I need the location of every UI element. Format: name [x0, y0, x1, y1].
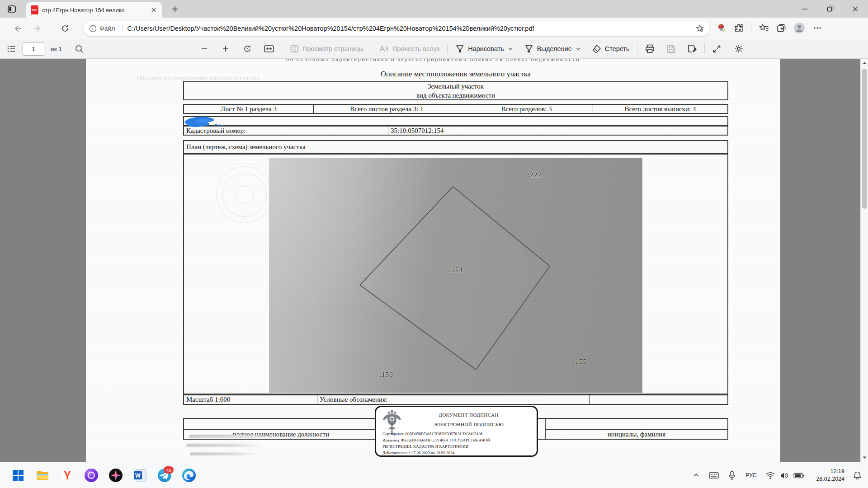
header-cell: Всего разделов: 3: [460, 105, 593, 113]
save-icon[interactable]: [666, 44, 676, 54]
legend-empty-cell: [451, 395, 590, 404]
minimize-button[interactable]: [792, 0, 817, 18]
refresh-icon[interactable]: [59, 22, 71, 35]
address-bar[interactable]: Файл C:/Users/User/Desktop/Участок%20Вел…: [84, 21, 710, 36]
clipped-top-line: об основных характеристиках и зарегистри…: [86, 59, 780, 65]
erase-button[interactable]: Стереть: [592, 44, 630, 54]
scroll-up-icon[interactable]: [863, 61, 867, 65]
draw-chevron-icon: [507, 46, 514, 52]
scale-label: Масштаб 1:600: [184, 395, 317, 404]
fit-width-icon[interactable]: [264, 44, 274, 53]
extensions-puzzle-icon[interactable]: [734, 23, 744, 33]
favorites-icon[interactable]: [759, 23, 769, 33]
close-window-button[interactable]: [843, 0, 868, 18]
pdf-settings-gear-icon[interactable]: [734, 44, 744, 54]
file-explorer-icon[interactable]: [33, 466, 52, 484]
browser-tab[interactable]: PDF стр 4Егрн Новатор 154 велики: [26, 2, 162, 18]
microphone-icon[interactable]: [728, 462, 736, 488]
add-favorite-star-icon[interactable]: [695, 24, 704, 33]
cadastral-value: 35:10:0507012:154: [388, 127, 727, 135]
viewer-scrollbar[interactable]: [860, 59, 868, 462]
zoom-in-icon[interactable]: [221, 44, 230, 53]
language-indicator[interactable]: РУС: [745, 462, 757, 488]
tab-close-icon[interactable]: [150, 6, 157, 14]
document-heading: Описание местоположения земельного участ…: [183, 70, 728, 79]
profile-avatar[interactable]: [793, 22, 805, 34]
search-icon[interactable]: [75, 44, 84, 54]
purple-app-icon[interactable]: [82, 466, 100, 484]
restore-button[interactable]: [817, 0, 843, 18]
telegram-badge: 46: [164, 466, 174, 474]
tab-actions-icon[interactable]: [6, 4, 17, 14]
cadastral-row: Кадастровый номер: 35:10:0507012:154: [183, 126, 728, 136]
password-extension-icon[interactable]: [717, 23, 726, 33]
start-button[interactable]: [9, 466, 27, 484]
plan-title-row: План (чертеж, схема) земельного участка: [183, 140, 728, 154]
notification-bell-icon[interactable]: [853, 462, 862, 488]
settings-menu-dots-icon[interactable]: [812, 23, 822, 33]
header-cell: Лист № 1 раздела 3: [184, 105, 314, 113]
page-number-input[interactable]: 1: [23, 42, 44, 56]
toc-icon[interactable]: [6, 44, 16, 54]
zoom-out-icon[interactable]: [200, 44, 209, 53]
stamp-validity: Действителен: с 27.06.2023 по 19.09.2024: [382, 450, 454, 455]
read-aloud-button[interactable]: Прочесть вслух: [378, 44, 440, 54]
scroll-down-icon[interactable]: [863, 455, 867, 460]
blue-redaction-scribble: [183, 115, 232, 130]
window-controls: [792, 0, 868, 18]
date: 28.02.2024: [816, 475, 844, 483]
photo-editor-app-icon[interactable]: [107, 466, 125, 484]
fullscreen-icon[interactable]: [712, 44, 722, 54]
wifi-icon[interactable]: [766, 462, 775, 488]
new-tab-button[interactable]: [170, 4, 180, 14]
edge-browser-window: PDF стр 4Егрн Новатор 154 велики: [0, 0, 868, 488]
print-icon[interactable]: [645, 44, 655, 54]
word-icon[interactable]: [131, 466, 149, 484]
legend-label: Условные обозначения:: [317, 395, 451, 404]
tab-title: стр 4Егрн Новатор 154 велики: [42, 7, 147, 14]
pdf-toolbar: 1 из 1 Просмотр страницы Прочесть вслух: [0, 39, 868, 59]
url-scheme-label: Файл: [99, 25, 115, 32]
scale-row: Масштаб 1:600 Условные обозначения:: [183, 394, 728, 405]
scrollbar-thumb[interactable]: [862, 69, 867, 209]
initials-label: инициалы, фамилия: [546, 430, 727, 439]
edge-icon[interactable]: [180, 466, 198, 484]
signature-empty-cell: [184, 419, 378, 430]
parcel-outline: [269, 158, 642, 393]
header-cell: Всего листов раздела 3: 1: [314, 105, 460, 113]
header-cell: Всего листов выписки: 4: [593, 105, 727, 113]
draw-button[interactable]: Нарисовать: [455, 44, 514, 54]
rotate-icon[interactable]: [242, 44, 252, 54]
taskbar: 46 РУС 12:19 28.02.2024: [0, 462, 868, 488]
plan-label-154: :154: [449, 266, 463, 274]
tray-chevron-icon[interactable]: [693, 462, 700, 488]
battery-icon[interactable]: [793, 462, 804, 488]
draw-label: Нарисовать: [468, 45, 504, 52]
pdf-viewer: об основных характеристиках и зарегистри…: [0, 59, 868, 462]
taskbar-clock[interactable]: 12:19 28.02.2024: [816, 462, 844, 488]
ghost-text-artifact: [189, 435, 282, 438]
plan-label-159: :159: [379, 371, 393, 379]
watermark-circle: [235, 185, 254, 204]
page-view-button[interactable]: Просмотр страницы: [289, 44, 363, 54]
save-as-icon[interactable]: [687, 44, 697, 54]
address-toolbar: Файл C:/Users/User/Desktop/Участок%20Вел…: [0, 18, 868, 39]
object-kind: вид объекта недвижимости: [184, 91, 727, 100]
forward-icon[interactable]: [32, 22, 44, 35]
back-icon[interactable]: [11, 22, 24, 35]
pdf-page: об основных характеристиках и зарегистри…: [86, 59, 780, 462]
stamp-line2: ЭЛЕКТРОННОЙ ПОДПИСЬЮ: [404, 422, 533, 427]
plan-label-222: :222: [528, 171, 542, 179]
touch-keyboard-icon[interactable]: [709, 462, 719, 488]
url-text[interactable]: C:/Users/User/Desktop/Участок%20Великий%…: [127, 25, 695, 32]
telegram-icon[interactable]: 46: [156, 466, 174, 484]
collections-icon[interactable]: [776, 23, 786, 33]
yandex-browser-icon[interactable]: [58, 466, 76, 484]
highlight-label: Выделение: [537, 45, 572, 52]
empty-row: [183, 116, 728, 126]
stamp-owner-line1: Владелец: ФЕДЕРАЛЬНАЯ СЛУЖБА ГОСУДАРСТВЕ…: [382, 438, 490, 442]
volume-icon[interactable]: [780, 462, 788, 488]
file-info-icon[interactable]: [89, 25, 97, 33]
highlight-button[interactable]: Выделение: [524, 44, 581, 54]
stamp-certificate: Сертификат: 00BB056B7401CB38D2B3576ACDC8…: [382, 432, 483, 436]
